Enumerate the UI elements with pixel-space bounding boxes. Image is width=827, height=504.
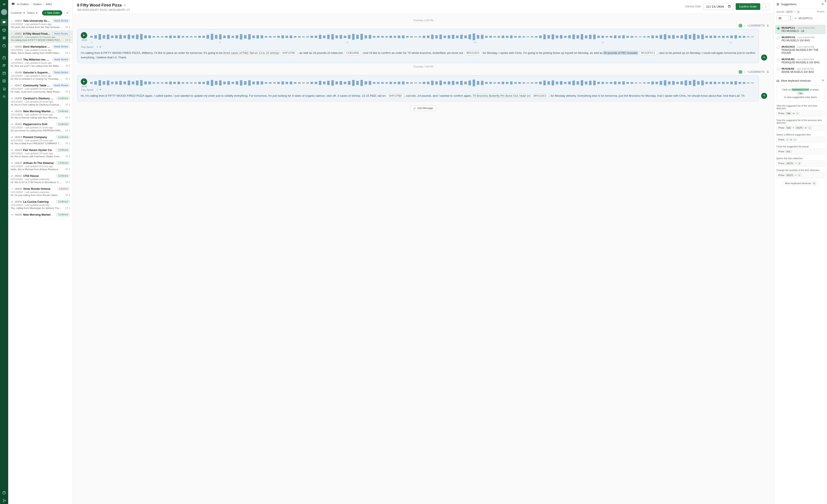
suggestion-item[interactable]: MUS2PCC1·Last ordered N/APEI MUSSELS - L… (775, 25, 826, 34)
quantity-stepper[interactable]: ▲▼ (789, 15, 792, 21)
nav-messages[interactable] (1, 19, 7, 26)
order-list-item[interactable]: #6450Doro Marketplace Wet…Needs Review12… (8, 43, 72, 56)
radio-icon[interactable] (777, 46, 780, 49)
kb-hint: Click on highlighted text or press tab t… (776, 86, 824, 101)
svg-rect-139 (601, 36, 604, 38)
edit-icon[interactable] (124, 3, 127, 7)
order-id: #6447 (15, 84, 22, 87)
svg-rect-334 (743, 82, 745, 84)
nav-store[interactable] (1, 54, 7, 61)
radio-icon[interactable] (777, 68, 780, 71)
nav-briefcase[interactable] (1, 42, 7, 49)
kb-section-keys: Press shift + ↑ (776, 172, 824, 178)
order-customer: La Cucina Catering (23, 200, 55, 203)
order-kind-icon (11, 19, 13, 22)
order-list-item[interactable]: #6436New Morning Market K…Confirmed12/11… (8, 108, 72, 121)
nav-calendar[interactable] (1, 70, 7, 77)
detection-highlight-active[interactable]: 30 pounds of PEI mussels (603, 51, 638, 54)
product-chip[interactable]: COB10000 (344, 51, 361, 55)
nav-logout[interactable] (1, 497, 7, 504)
add-item-button[interactable]: + (761, 54, 767, 60)
order-list[interactable]: #6452Yale University Schwar…Needs Review… (8, 17, 72, 504)
product-chip[interactable]: MUS2PCC1 (639, 51, 657, 55)
svg-rect-119 (518, 36, 521, 38)
nav-cart[interactable] (1, 85, 7, 92)
nav-users[interactable] (1, 62, 7, 69)
svg-rect-32 (157, 36, 159, 38)
kb-section: Select a different suggested itemPress ↑… (774, 133, 827, 144)
order-list-item[interactable]: #6439La Cucina CateringConfirmed12/11/20… (8, 198, 72, 211)
svg-rect-49 (228, 35, 230, 38)
filter-customer[interactable]: Customer (11, 11, 25, 14)
nav-apps[interactable] (1, 35, 7, 41)
order-list-item[interactable]: #6444Present CompanyConfirmed12/11/2024L… (8, 134, 72, 147)
status-badge: Needs Review (52, 19, 70, 22)
nav-box[interactable] (1, 27, 7, 34)
order-list-item[interactable]: #6442Artisan At The DelamarConfirmed12/1… (8, 160, 72, 172)
order-list-item[interactable]: #64411754 HouseConfirmed12/11/2024Last u… (8, 172, 72, 186)
svg-rect-263 (448, 82, 450, 85)
order-list-item[interactable]: #6443Fair Haven Oyster Co.Confirmed12/11… (8, 147, 72, 160)
new-order-button[interactable]: +New Order (42, 10, 62, 15)
detection-highlight[interactable]: 70 Bronzino Butterfly Pin Bone Out, head… (473, 94, 530, 97)
close-icon[interactable] (821, 2, 824, 6)
nav-grid[interactable] (1, 78, 7, 85)
comment-count: 1 (65, 142, 70, 145)
breadcrumb-root[interactable]: AI Orders (17, 3, 29, 6)
add-message-button[interactable]: Add Message (410, 105, 436, 111)
waveform[interactable] (90, 33, 755, 41)
product-chip[interactable]: SHP13TB0 (387, 94, 404, 98)
order-date: 12/12/2024 (11, 49, 22, 51)
nav-settings[interactable] (1, 93, 7, 100)
kb-section-keys: Press shift + i (776, 160, 824, 166)
clear-icon[interactable]: ✕ (794, 16, 797, 20)
nav-help[interactable] (1, 489, 7, 496)
radio-icon[interactable] (777, 27, 780, 30)
suggestion-item[interactable]: MUS2PCC0·Last ordered N/APEI MUSSELS 10#… (775, 34, 826, 44)
order-list-item[interactable]: #6446Caraluzzi's Danbury M…Confirmed12/1… (8, 95, 72, 108)
suggestion-item[interactable]: MUS1BJ03·Last ordered N/APEMAQUID MUSSEL… (775, 56, 826, 66)
detection-highlight[interactable]: three cases of P&D Tail-on 13 to 15 shri… (223, 51, 279, 54)
order-list-item[interactable]: #6440Viron Rondo OsteriaInitialized12/11… (8, 186, 72, 198)
order-list-item[interactable]: #6449The Millerton Inn Resta…Needs Revie… (8, 56, 72, 69)
svg-rect-83 (369, 35, 371, 39)
order-list-item[interactable]: #6445Peppercorn's GrillConfirmed12/11/20… (8, 121, 72, 134)
suggestion-item[interactable]: MUS1BJ02·Last ordered N/AMAINE MUSSELS 1… (775, 66, 826, 75)
play-speed-select[interactable]: Play Speed 1 (81, 46, 755, 48)
time-axis: 01020304050 (90, 41, 755, 45)
radio-icon[interactable] (777, 36, 780, 39)
conversation-scroll[interactable]: Thursday 1:30 PM – +12036958774 00:00 (73, 14, 774, 504)
filter-status[interactable]: Status (27, 11, 38, 14)
play-button[interactable] (81, 32, 87, 39)
svg-rect-76 (340, 35, 342, 39)
order-list-item[interactable]: #6438New Morning MarketConfirmed (8, 211, 72, 219)
product-chip[interactable]: SHP13TB0 (280, 51, 297, 55)
radio-icon[interactable] (777, 58, 780, 61)
svg-rect-218 (260, 82, 263, 85)
list-settings-button[interactable] (64, 10, 70, 16)
quantity-input[interactable] (776, 15, 789, 21)
add-item-button[interactable]: + (761, 93, 767, 99)
product-chip[interactable]: BRA210C0 (531, 94, 548, 98)
svg-rect-200 (186, 82, 188, 84)
more-shortcuts-button[interactable]: More keyboard shortcuts ⌘ (783, 181, 818, 186)
avatar[interactable] (1, 9, 7, 15)
play-button[interactable] (81, 79, 87, 85)
close-icon[interactable] (821, 79, 824, 83)
caller-sep: – (744, 24, 745, 27)
confirm-order-button[interactable]: Confirm Order (736, 3, 760, 10)
svg-rect-315 (664, 80, 666, 86)
kb-section-title: Ignore this item detection (776, 157, 824, 160)
delivery-date-input[interactable] (703, 3, 734, 10)
breadcrumb-orders[interactable]: Orders (33, 3, 42, 6)
waveform[interactable] (90, 79, 755, 87)
suggestion-item[interactable]: MUS1C0C0·Last ordered N/APEMAQUID MUSSEL… (775, 44, 826, 56)
order-list-item[interactable]: #6448Geissler's Supermarket …Needs Revie… (8, 69, 72, 82)
play-speed-select[interactable]: Play Speed 1 (81, 89, 755, 91)
order-list-item[interactable]: #6452Yale University Schwar…Needs Review… (8, 17, 72, 31)
rail-expand-icon[interactable] (1, 2, 7, 7)
product-chip[interactable]: BRA210C0 (464, 51, 482, 55)
order-list-item[interactable]: #6447Community Table Resta…Needs Review1… (8, 82, 72, 95)
order-list-item[interactable]: #64518 Fifty Wood Fired PizzaNeeds Revie… (8, 31, 72, 43)
more-menu-button[interactable]: ⋮ (763, 3, 769, 10)
